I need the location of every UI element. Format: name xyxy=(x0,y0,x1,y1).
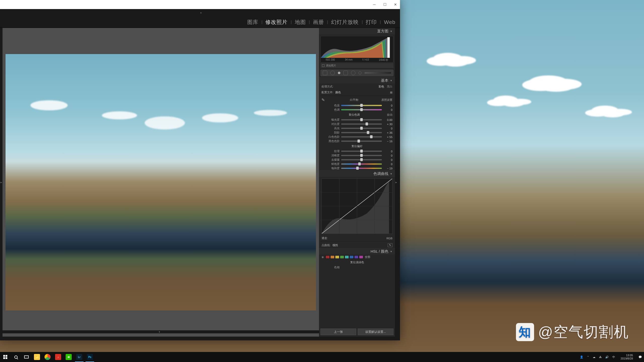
slider-track[interactable] xyxy=(341,132,382,133)
slider-track[interactable] xyxy=(341,128,382,129)
checkbox-icon[interactable] xyxy=(322,64,325,67)
app-photoshop[interactable]: Ps xyxy=(85,352,95,362)
module-print[interactable]: 打印 xyxy=(365,19,378,26)
point-curve-value[interactable]: 线性 xyxy=(333,243,338,247)
crop-tool[interactable] xyxy=(323,71,327,75)
gradient-tool[interactable] xyxy=(343,71,348,75)
slider-value[interactable]: 0 xyxy=(383,104,392,107)
maximize-button[interactable]: ☐ xyxy=(382,2,387,7)
hsl-all-label[interactable]: 全部 xyxy=(365,255,370,259)
slider-track[interactable] xyxy=(341,151,382,152)
tool-size-slider[interactable] xyxy=(365,72,391,74)
windows-taskbar[interactable]: 📁 ♪ ✉ Lr Ps 👤 ⌃ ☁ 🖧 🔊 中 13:05 2019/8/28 … xyxy=(0,352,644,362)
tone-curve[interactable] xyxy=(321,178,392,234)
hsl-target-icon[interactable]: ◉ xyxy=(321,255,324,259)
slider-thumb[interactable] xyxy=(360,154,363,157)
color-swatch[interactable] xyxy=(345,255,349,259)
slider-value[interactable]: + 36 xyxy=(383,131,392,134)
tray-network-icon[interactable]: 🖧 xyxy=(599,355,602,358)
close-button[interactable]: ✕ xyxy=(393,2,398,7)
module-develop[interactable]: 修改照片 xyxy=(264,19,289,26)
taskview-button[interactable] xyxy=(21,352,32,362)
color-swatch[interactable] xyxy=(335,255,339,259)
slider-track[interactable] xyxy=(341,141,382,142)
redeye-tool[interactable] xyxy=(338,72,340,74)
curve-header[interactable]: 色调曲线 ▼ xyxy=(319,170,395,177)
slider-track[interactable] xyxy=(341,155,382,156)
set-default-button[interactable]: 设置默认设置... xyxy=(358,329,393,335)
slider-thumb[interactable] xyxy=(358,162,361,165)
slider-thumb[interactable] xyxy=(360,158,363,161)
wb-preset[interactable]: 原照设置 xyxy=(381,98,392,102)
slider-track[interactable] xyxy=(341,136,382,138)
spot-tool[interactable] xyxy=(330,71,335,75)
slider-thumb[interactable] xyxy=(356,167,359,170)
color-swatch[interactable] xyxy=(359,255,363,259)
color-swatch[interactable] xyxy=(349,255,354,259)
basic-header[interactable]: 基本 ▼ xyxy=(319,77,395,84)
minimize-button[interactable]: ─ xyxy=(372,2,377,7)
app-chrome[interactable] xyxy=(42,352,53,362)
eyedropper-icon[interactable]: ✎ xyxy=(321,98,328,102)
color-swatch[interactable] xyxy=(330,255,335,259)
image-viewport[interactable] xyxy=(3,28,319,337)
slider-thumb[interactable] xyxy=(360,150,363,153)
slider-track[interactable] xyxy=(341,163,382,165)
taskbar-clock[interactable]: 13:05 2019/8/28 xyxy=(619,354,635,360)
app-wechat[interactable]: ✉ xyxy=(63,352,74,362)
slider-value[interactable]: + 55 xyxy=(383,135,392,139)
slider-value[interactable]: 0 xyxy=(383,127,392,130)
slider-thumb[interactable] xyxy=(360,108,363,111)
chevron-down-icon[interactable]: ▾ xyxy=(200,11,202,15)
slider-value[interactable]: + 30 xyxy=(383,123,392,126)
histogram-header[interactable]: 直方图 ▼ xyxy=(319,28,395,34)
slider-track[interactable] xyxy=(341,123,382,125)
slider-thumb[interactable] xyxy=(360,104,363,107)
prev-button[interactable]: 上一张 xyxy=(320,329,356,335)
module-library[interactable]: 图库 xyxy=(246,19,259,26)
slider-value[interactable]: 0.00 xyxy=(383,118,392,121)
slider-value[interactable]: 0 xyxy=(383,154,392,157)
slider-value[interactable]: − 19 xyxy=(383,167,392,170)
slider-track[interactable] xyxy=(341,109,382,110)
tray-chevron-icon[interactable]: ⌃ xyxy=(587,355,589,359)
app-netease[interactable]: ♪ xyxy=(53,352,63,362)
app-explorer[interactable]: 📁 xyxy=(32,352,42,362)
slider-track[interactable] xyxy=(341,159,382,160)
profile-browser-icon[interactable]: ▦ xyxy=(390,91,392,94)
module-map[interactable]: 地图 xyxy=(294,19,307,26)
color-swatch[interactable] xyxy=(326,255,330,259)
hsl-header[interactable]: HSL / 颜色 ▼ xyxy=(319,248,395,255)
slider-track[interactable] xyxy=(341,168,382,169)
slider-value[interactable]: 0 xyxy=(383,150,392,153)
slider-value[interactable]: 0 xyxy=(383,108,392,111)
slider-thumb[interactable] xyxy=(357,140,360,143)
window-titlebar[interactable]: ─ ☐ ✕ xyxy=(0,0,400,9)
radial-tool[interactable] xyxy=(351,71,355,75)
slider-thumb[interactable] xyxy=(366,122,368,125)
module-book[interactable]: 画册 xyxy=(312,19,325,26)
start-button[interactable] xyxy=(0,352,11,362)
curve-channel[interactable]: RGB xyxy=(386,237,392,240)
filmstrip-toggle[interactable]: ▾ xyxy=(0,330,319,333)
left-rail-toggle[interactable]: ▸ xyxy=(0,28,3,337)
slider-value[interactable]: − 16 xyxy=(383,140,392,143)
slider-value[interactable]: 0 xyxy=(383,163,392,166)
tray-onedrive-icon[interactable]: ☁ xyxy=(593,355,595,359)
treatment-bw[interactable]: 黑白 xyxy=(387,85,392,88)
slider-thumb[interactable] xyxy=(360,118,363,121)
slider-thumb[interactable] xyxy=(370,135,373,138)
slider-thumb[interactable] xyxy=(360,127,363,130)
slider-track[interactable] xyxy=(341,119,382,120)
app-lightroom[interactable]: Lr xyxy=(74,352,85,362)
module-slideshow[interactable]: 幻灯片放映 xyxy=(330,19,360,26)
module-web[interactable]: Web xyxy=(383,19,396,25)
slider-track[interactable] xyxy=(341,105,382,106)
curve-edit-icon[interactable]: ✎ xyxy=(388,243,392,247)
tray-people-icon[interactable]: 👤 xyxy=(580,355,583,359)
search-button[interactable] xyxy=(11,352,21,362)
tray-ime[interactable]: 中 xyxy=(612,355,615,359)
slider-thumb[interactable] xyxy=(367,131,369,134)
tray-volume-icon[interactable]: 🔊 xyxy=(605,355,609,359)
right-rail-toggle[interactable]: ▸ xyxy=(395,28,397,337)
